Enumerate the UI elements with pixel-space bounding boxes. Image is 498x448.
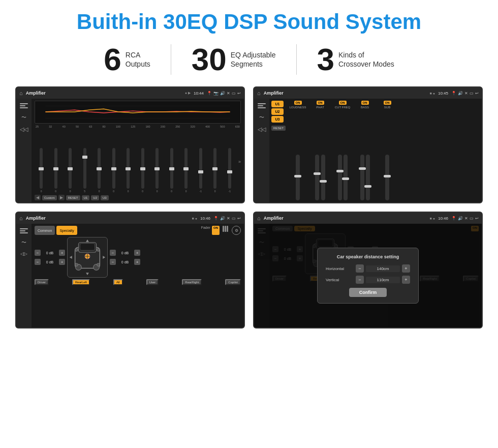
slider-thumb-4[interactable] <box>82 156 87 159</box>
slider-thumb-13[interactable] <box>212 167 217 170</box>
fader-plus-3[interactable]: + <box>134 250 140 256</box>
home-icon-2[interactable]: ⌂ <box>257 90 261 96</box>
slider-track-5[interactable] <box>98 148 101 189</box>
slider-thumb-8[interactable] <box>140 167 145 170</box>
slider-track-11[interactable] <box>184 148 188 189</box>
slider-track-13[interactable] <box>213 148 216 189</box>
slider-thumb-3[interactable] <box>68 167 73 170</box>
vertical-minus-btn[interactable]: − <box>356 276 364 284</box>
fader-db-row-3: − 0 dB + <box>110 250 140 256</box>
eq-play-btn[interactable]: ▶ <box>58 195 65 200</box>
eq-prev-btn[interactable]: ◀ <box>35 195 41 200</box>
speaker-icon-1[interactable]: ◁◁ <box>20 126 28 133</box>
eq-u2-btn[interactable]: U2 <box>91 195 99 200</box>
phat-slider1[interactable] <box>315 155 319 200</box>
wave-icon-3[interactable]: 〜 <box>21 240 26 245</box>
sub-slider1[interactable] <box>385 155 389 200</box>
btn-rearright[interactable]: RearRight <box>182 279 202 285</box>
speaker-icon-2[interactable]: ◁◁ <box>258 126 266 133</box>
fader-minus-1[interactable]: − <box>35 250 41 256</box>
slider-track-3[interactable] <box>69 148 72 189</box>
slider-thumb-7[interactable] <box>126 167 131 170</box>
btn-copilot[interactable]: Copilot <box>225 279 241 285</box>
eq-icon[interactable] <box>20 103 28 109</box>
slider-track-2[interactable] <box>54 148 57 189</box>
u2-btn[interactable]: U2 <box>271 108 284 115</box>
eq-reset-btn[interactable]: RESET <box>66 195 80 200</box>
fader-left-col: − 0 dB + − 0 dB + <box>35 237 65 278</box>
vertical-plus-btn[interactable]: + <box>402 276 410 284</box>
back-icon-3[interactable]: ↩ <box>237 216 241 221</box>
confirm-button[interactable]: Confirm <box>349 288 387 297</box>
fader-bottom-labels: Driver RearLeft All User RearRight Copil… <box>35 279 241 285</box>
btn-driver[interactable]: Driver <box>35 279 49 285</box>
loudness-slider[interactable] <box>296 155 300 200</box>
cutfreq-thumb1[interactable] <box>336 170 344 172</box>
phat-slider2[interactable] <box>321 155 325 200</box>
slider-track-14[interactable] <box>228 148 231 189</box>
slider-track-8[interactable] <box>141 148 144 189</box>
amp-reset-btn[interactable]: RESET <box>271 126 286 131</box>
fader-minus-3[interactable]: − <box>110 250 116 256</box>
slider-thumb-9[interactable] <box>154 167 160 170</box>
slider-track-6[interactable] <box>112 148 115 189</box>
back-icon-2[interactable]: ↩ <box>475 91 479 96</box>
slider-track-10[interactable] <box>170 148 173 189</box>
bass-slider1[interactable] <box>360 155 364 200</box>
eq-icon-2[interactable] <box>258 103 266 109</box>
slider-thumb-1[interactable] <box>39 167 44 170</box>
back-icon[interactable]: ↩ <box>237 91 241 96</box>
btn-user[interactable]: User <box>146 279 159 285</box>
settings-knob-icon[interactable]: ⚙ <box>232 226 241 235</box>
slider-track-7[interactable] <box>127 148 130 189</box>
fader-minus-2[interactable]: − <box>35 259 41 265</box>
slider-thumb-10[interactable] <box>169 167 174 170</box>
bass-thumb2[interactable] <box>364 185 371 188</box>
home-icon-4[interactable]: ⌂ <box>257 215 261 221</box>
slider-thumb-14[interactable] <box>227 170 232 173</box>
home-icon-3[interactable]: ⌂ <box>19 215 23 221</box>
amp2-content: U1 U2 U3 RESET ON LOUDNESS <box>269 99 482 202</box>
svg-marker-15 <box>86 240 89 242</box>
slider-track-9[interactable] <box>155 148 159 189</box>
slider-track-1[interactable] <box>40 148 43 189</box>
eq-custom-btn[interactable]: Custom <box>42 195 57 200</box>
slider-thumb-11[interactable] <box>183 167 189 170</box>
u1-btn[interactable]: U1 <box>271 101 284 107</box>
tab-specialty[interactable]: Specialty <box>56 226 77 235</box>
eq-u3-btn[interactable]: U3 <box>101 195 109 200</box>
back-icon-4[interactable]: ↩ <box>475 216 479 221</box>
slider-thumb-2[interactable] <box>53 167 58 170</box>
fader-plus-2[interactable]: + <box>59 259 65 265</box>
cutfreq-slider2[interactable] <box>344 155 348 200</box>
horizontal-minus-btn[interactable]: − <box>356 264 364 273</box>
slider-track-12[interactable] <box>199 148 202 189</box>
btn-all[interactable]: All <box>113 279 123 285</box>
eq-u1-btn[interactable]: U1 <box>82 195 90 200</box>
cutfreq-thumb2[interactable] <box>342 177 349 180</box>
u3-btn[interactable]: U3 <box>271 116 284 123</box>
sub-thumb1[interactable] <box>384 175 391 177</box>
slider-track-4[interactable] <box>83 148 86 189</box>
home-icon[interactable]: ⌂ <box>19 90 23 96</box>
phat-thumb1[interactable] <box>314 172 321 175</box>
slider-thumb-6[interactable] <box>111 167 116 170</box>
wave-icon-2[interactable]: 〜 <box>259 115 264 120</box>
slider-thumb-12[interactable] <box>198 170 203 173</box>
btn-rearleft[interactable]: RearLeft <box>72 279 90 285</box>
eq-icon-3[interactable] <box>20 228 28 234</box>
slider-thumb-5[interactable] <box>97 167 102 170</box>
wave-icon[interactable]: 〜 <box>21 115 26 120</box>
tab-common[interactable]: Common <box>35 226 55 235</box>
location-icon-3: 📍 <box>213 216 219 221</box>
fader-plus-1[interactable]: + <box>59 250 65 256</box>
cutfreq-slider1[interactable] <box>338 155 342 200</box>
loudness-thumb[interactable] <box>294 175 301 177</box>
bass-thumb1[interactable] <box>359 167 366 170</box>
fader-minus-4[interactable]: − <box>110 259 116 265</box>
fader-plus-4[interactable]: + <box>134 259 140 265</box>
phat-thumb2[interactable] <box>320 180 327 183</box>
speaker-balance-icon[interactable]: ◁▷ <box>20 251 27 256</box>
horizontal-plus-btn[interactable]: + <box>402 264 410 273</box>
bass-slider2[interactable] <box>366 155 370 200</box>
